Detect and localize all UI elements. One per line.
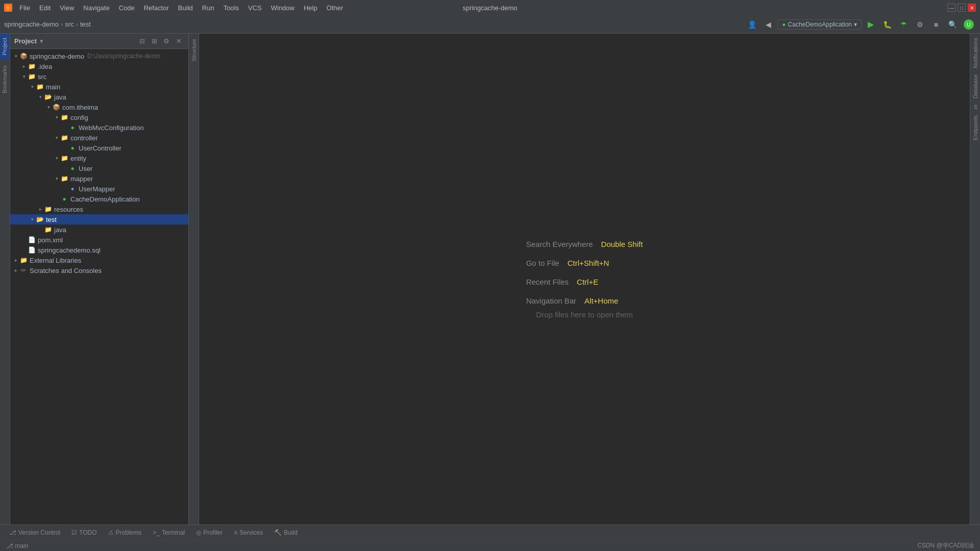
menu-item-file[interactable]: File xyxy=(15,3,34,13)
debug-button[interactable]: 🐛 xyxy=(880,17,894,32)
profile-button[interactable]: ⚙ xyxy=(913,17,927,32)
tree-item[interactable]: ▾📁main xyxy=(10,82,188,92)
settings-button[interactable]: ⚙ xyxy=(161,36,172,47)
tree-expand-arrow[interactable]: ▾ xyxy=(20,74,28,79)
avatar[interactable]: U xyxy=(962,17,976,32)
tree-node-label: mapper xyxy=(70,175,93,183)
tree-item[interactable]: ▾📁controller xyxy=(10,133,188,143)
bottom-tab-todo[interactable]: ☑TODO xyxy=(66,528,102,537)
hint-shortcut: Ctrl+Shift+N xyxy=(568,259,609,267)
tree-expand-arrow[interactable]: ▾ xyxy=(29,84,36,89)
bottom-tab-problems[interactable]: ⚠Problems xyxy=(103,528,147,537)
tree-item[interactable]: 📄pom.xml xyxy=(10,235,188,245)
bottom-tab-profiler[interactable]: ◎Profiler xyxy=(191,528,228,537)
menu-item-run[interactable]: Run xyxy=(198,3,218,13)
tree-node-icon: ● xyxy=(68,144,77,152)
tree-item[interactable]: ●WebMvcConfiguration xyxy=(10,122,188,133)
collapse-all-button[interactable]: ⊟ xyxy=(136,36,148,47)
panel-dropdown-icon[interactable]: ▾ xyxy=(40,37,43,45)
menu-item-build[interactable]: Build xyxy=(174,3,197,13)
maven-tab[interactable]: m xyxy=(971,102,979,112)
tree-node-path: D:\Java\springcache-demo xyxy=(87,53,160,60)
run-button[interactable]: ▶ xyxy=(864,17,878,32)
tree-item[interactable]: ▸📁.idea xyxy=(10,61,188,71)
bottom-tab-version-control[interactable]: ⎇Version Control xyxy=(4,528,65,537)
tree-expand-arrow[interactable]: ▸ xyxy=(20,64,28,69)
status-csdn: CSDN @学CAD回油 xyxy=(915,541,976,550)
expand-all-button[interactable]: ⊞ xyxy=(149,36,160,47)
menu-item-help[interactable]: Help xyxy=(300,3,322,13)
breadcrumb-part[interactable]: springcache-demo xyxy=(4,20,59,28)
tree-item[interactable]: ●UserMapper xyxy=(10,184,188,194)
tree-item[interactable]: 📁java xyxy=(10,224,188,235)
title-bar: 🔶 FileEditViewNavigateCodeRefactorBuildR… xyxy=(0,0,980,15)
structure-tab[interactable]: Structure xyxy=(190,36,198,65)
editor-area[interactable]: Search EverywhereDouble ShiftGo to FileC… xyxy=(199,34,970,524)
maximize-button[interactable]: □ xyxy=(958,4,966,12)
git-branch[interactable]: ⎇ main xyxy=(4,542,30,549)
tree-expand-arrow[interactable]: ▾ xyxy=(53,156,60,161)
tree-item[interactable]: ▸✏Scratches and Consoles xyxy=(10,265,188,276)
menu-item-other[interactable]: Other xyxy=(323,3,348,13)
menu-item-vcs[interactable]: VCS xyxy=(244,3,266,13)
tree-node-label: entity xyxy=(70,155,86,162)
tree-expand-arrow[interactable]: ▾ xyxy=(29,217,36,222)
tree-expand-arrow[interactable]: ▾ xyxy=(53,176,60,181)
tree-expand-arrow[interactable]: ▸ xyxy=(12,258,19,263)
stop-button[interactable]: ■ xyxy=(929,17,943,32)
favorites-tab[interactable]: Bookmarks xyxy=(0,61,10,97)
tree-item[interactable]: ▾📁src xyxy=(10,71,188,82)
tree-expand-arrow[interactable]: ▸ xyxy=(37,207,44,212)
tree-item[interactable]: ●CacheDemoApplication xyxy=(10,194,188,204)
hint-row: Search EverywhereDouble Shift xyxy=(526,240,643,248)
coverage-button[interactable]: ☂ xyxy=(896,17,911,32)
breadcrumb-part[interactable]: test xyxy=(80,20,91,28)
bottom-tab-icon: 🔨 xyxy=(274,529,282,536)
bottom-tab-services[interactable]: ≡Services xyxy=(229,528,268,537)
bottom-tab-terminal[interactable]: >_Terminal xyxy=(148,528,190,537)
tree-container[interactable]: ▾📦springcache-demoD:\Java\springcache-de… xyxy=(10,49,188,524)
tree-expand-arrow[interactable]: ▾ xyxy=(53,135,60,140)
search-button[interactable]: 🔍 xyxy=(945,17,960,32)
tree-item[interactable]: ▾📂java xyxy=(10,92,188,102)
project-tab[interactable]: Project xyxy=(0,34,10,59)
run-config-dropdown-icon: ▾ xyxy=(854,21,857,28)
tree-item[interactable]: ▾📂test xyxy=(10,214,188,224)
git-user-icon[interactable]: 👤 xyxy=(745,17,759,32)
tree-expand-arrow[interactable]: ▾ xyxy=(53,115,60,120)
database-tab[interactable]: Database xyxy=(971,71,979,102)
tree-node-icon: 📦 xyxy=(52,103,60,111)
run-config-selector[interactable]: ● CacheDemoApplication ▾ xyxy=(777,19,862,30)
menu-item-navigate[interactable]: Navigate xyxy=(79,3,113,13)
minimize-button[interactable]: — xyxy=(947,4,955,12)
tree-expand-arrow[interactable]: ▾ xyxy=(37,94,44,99)
tree-item[interactable]: 📄springcachedemo.sql xyxy=(10,245,188,255)
tree-item[interactable]: ▸📁External Libraries xyxy=(10,255,188,265)
menu-item-tools[interactable]: Tools xyxy=(219,3,243,13)
tree-node-icon: 📄 xyxy=(28,246,36,254)
tree-item[interactable]: ●UserController xyxy=(10,143,188,153)
tree-item[interactable]: ●User xyxy=(10,163,188,173)
tree-expand-arrow[interactable]: ▸ xyxy=(12,268,19,273)
tree-item[interactable]: ▾📁config xyxy=(10,112,188,122)
menu-item-code[interactable]: Code xyxy=(115,3,139,13)
tree-expand-arrow[interactable]: ▾ xyxy=(45,105,52,110)
close-button[interactable]: ✕ xyxy=(968,4,976,12)
close-panel-button[interactable]: ✕ xyxy=(173,36,184,47)
menu-item-edit[interactable]: Edit xyxy=(35,3,55,13)
tree-item[interactable]: ▾📦com.itheima xyxy=(10,102,188,112)
back-button[interactable]: ◀ xyxy=(761,17,775,32)
bottom-tab-icon: >_ xyxy=(153,529,160,536)
endpoints-tab[interactable]: Endpoints xyxy=(971,112,979,143)
tree-expand-arrow[interactable]: ▾ xyxy=(12,54,19,59)
tree-item[interactable]: ▾📁mapper xyxy=(10,173,188,184)
tree-item[interactable]: ▾📁entity xyxy=(10,153,188,163)
tree-item[interactable]: ▾📦springcache-demoD:\Java\springcache-de… xyxy=(10,51,188,61)
bottom-tab-build[interactable]: 🔨Build xyxy=(269,528,303,537)
menu-item-window[interactable]: Window xyxy=(267,3,299,13)
notifications-tab[interactable]: Notifications xyxy=(971,35,979,71)
menu-item-view[interactable]: View xyxy=(56,3,78,13)
breadcrumb-part[interactable]: src xyxy=(65,20,74,28)
menu-item-refactor[interactable]: Refactor xyxy=(140,3,173,13)
tree-item[interactable]: ▸📁resources xyxy=(10,204,188,214)
